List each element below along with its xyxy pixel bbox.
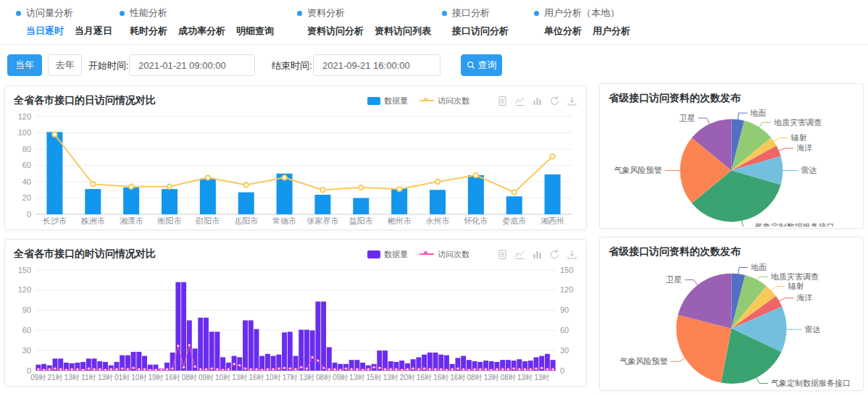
svg-text:卫星: 卫星 [665,275,682,284]
svg-text:邵阳市: 邵阳市 [195,216,220,225]
svg-text:辐射: 辐射 [788,282,804,290]
svg-text:株洲市: 株洲市 [80,216,105,225]
start-time-input[interactable] [129,54,255,76]
line-swatch-icon [420,100,434,101]
legend-label: 数据量 [384,249,408,260]
svg-text:120: 120 [18,112,31,121]
download-icon[interactable] [567,96,577,106]
daily-chart-card: 全省各市接口的日访问情况对比 数据量 访问次数 020406080100120长… [4,85,587,230]
svg-text:08时: 08时 [182,374,197,382]
bar-swatch-icon [367,97,380,105]
nav-item-org-analysis[interactable]: 单位分析 [544,25,582,38]
bar-swatch-icon [367,250,380,258]
end-time-input[interactable] [313,54,441,76]
svg-text:21时: 21时 [47,374,62,382]
nav-item-time-cost-analysis[interactable]: 耗时分析 [130,25,167,38]
svg-text:19时: 19时 [148,374,163,382]
chart-toolbox [497,96,577,106]
svg-text:13时: 13时 [517,374,533,382]
svg-text:150: 150 [560,266,573,274]
svg-text:湘西州: 湘西州 [541,216,564,225]
nav-item-api-access-analysis[interactable]: 接口访问分析 [452,25,509,38]
top-nav: 访问量分析 当日逐时 当月逐日 性能分析 耗时分析 成功率分析 明细查询 资料分… [0,0,868,45]
nav-item-data-access-analysis[interactable]: 资料访问分析 [307,25,364,38]
svg-text:80: 80 [22,145,31,153]
svg-text:0: 0 [27,210,31,219]
restore-icon[interactable] [549,249,560,260]
nav-group-title: 性能分析 [130,7,167,20]
nav-item-user-analysis[interactable]: 用户分析 [593,25,630,38]
svg-text:13时: 13时 [299,374,314,382]
restore-icon[interactable] [549,96,560,106]
province-pie-card-bottom: 省级接口访问资料的次数发布 地面地质灾害调查辐射海洋雷达气象定制数据服务接口气象… [599,237,864,391]
this-year-button[interactable]: 当年 [7,54,42,76]
nav-group-api-analysis: 接口分析 接口访问分析 [442,7,509,38]
bar-chart-icon[interactable] [532,249,543,260]
dashboard-page: 访问量分析 当日逐时 当月逐日 性能分析 耗时分析 成功率分析 明细查询 资料分… [0,0,868,396]
svg-text:长沙市: 长沙市 [42,216,67,225]
svg-text:湘潭市: 湘潭市 [120,216,143,225]
svg-text:雷达: 雷达 [801,166,817,174]
svg-text:150: 150 [18,266,31,274]
bullet-icon [534,11,539,16]
line-chart-icon[interactable] [514,249,525,260]
bullet-icon [120,11,125,16]
svg-text:地面: 地面 [750,263,767,271]
chart-title: 全省各市接口的时访问情况对比 [14,248,156,261]
svg-text:地质灾害调查: 地质灾害调查 [773,118,822,127]
province-access-pie-chart[interactable]: 地面地质灾害调查辐射海洋雷达气象定制数据服务接口气象风险预警卫星 [606,107,857,227]
nav-item-hourly-today[interactable]: 当日逐时 [26,25,64,38]
nav-group-title: 接口分析 [452,7,490,20]
chart-title: 省级接口访问资料的次数发布 [609,245,740,258]
filter-bar: 当年 去年 开始时间: 结束时间: 查询 [0,54,868,81]
nav-group-user-analysis-local: 用户分析（本地） 单位分析 用户分析 [534,7,630,38]
download-icon[interactable] [567,249,577,260]
svg-text:60: 60 [22,326,31,334]
nav-item-success-rate-analysis[interactable]: 成功率分析 [178,25,225,38]
data-view-icon[interactable] [497,249,508,260]
nav-item-data-access-list[interactable]: 资料访问列表 [375,25,431,38]
svg-text:30: 30 [22,346,31,355]
svg-text:09时: 09时 [333,374,348,382]
svg-text:辐射: 辐射 [791,133,807,142]
search-button[interactable]: 查询 [461,54,502,76]
svg-text:13时: 13时 [98,374,113,382]
svg-text:11时: 11时 [81,374,96,382]
svg-text:13时: 13时 [349,374,364,382]
daily-bar-line-chart[interactable]: 020406080100120长沙市株洲市湘潭市衡阳市邵阳市岳阳市常德市张家界市… [9,109,582,227]
line-chart-icon[interactable] [514,96,525,106]
svg-text:0: 0 [560,366,564,375]
svg-text:90: 90 [22,306,31,314]
nav-item-detail-query[interactable]: 明细查询 [236,25,274,38]
svg-text:怀化市: 怀化市 [463,216,488,225]
svg-text:衡阳市: 衡阳市 [157,216,182,225]
svg-text:张家界市: 张家界市 [306,216,338,225]
nav-item-daily-this-month[interactable]: 当月逐日 [75,25,112,38]
svg-text:10时: 10时 [215,374,230,382]
nav-group-title: 访问量分析 [26,7,73,20]
svg-text:10时: 10时 [131,374,146,382]
nav-group-data-analysis: 资料分析 资料访问分析 资料访问列表 [297,7,431,38]
last-year-button[interactable]: 去年 [48,54,82,76]
svg-text:120: 120 [18,285,31,294]
svg-text:常德市: 常德市 [272,216,296,225]
province-access-pie-chart[interactable]: 地面地质灾害调查辐射海洋雷达气象定制数据服务接口气象风险预警卫星 [606,261,857,389]
svg-text:08时: 08时 [501,374,516,382]
svg-text:气象风险预警: 气象风险预警 [620,357,668,366]
hourly-bar-line-chart[interactable]: 0030306060909012012015015009时21时13时11时13… [9,263,582,384]
data-view-icon[interactable] [497,96,508,106]
svg-text:15时: 15时 [367,374,382,382]
svg-text:09时: 09时 [30,374,46,382]
legend-visit-count[interactable]: 访问次数 [420,249,470,260]
svg-text:13时: 13时 [484,374,499,382]
legend-data-volume[interactable]: 数据量 [367,96,408,106]
svg-text:地面: 地面 [750,109,767,117]
legend-visit-count[interactable]: 访问次数 [420,96,470,106]
chart-toolbox [497,249,577,260]
svg-text:娄底市: 娄底市 [502,216,526,225]
legend-data-volume[interactable]: 数据量 [367,249,408,260]
svg-text:16时: 16时 [433,374,448,382]
svg-text:20时: 20时 [400,374,415,382]
bar-chart-icon[interactable] [532,96,543,106]
chart-title: 全省各市接口的日访问情况对比 [14,94,156,107]
